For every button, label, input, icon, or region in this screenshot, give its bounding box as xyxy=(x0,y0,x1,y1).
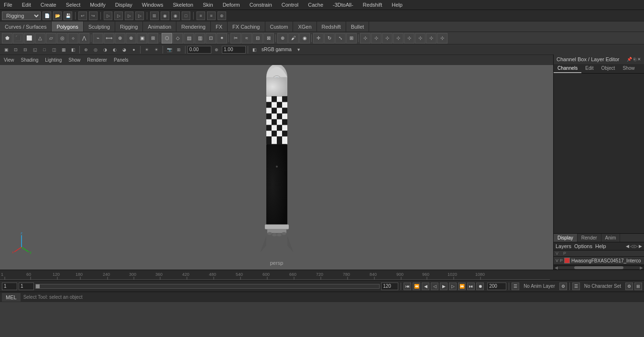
tool-poke[interactable]: ✦ xyxy=(217,33,227,43)
render2-btn[interactable]: ◉ xyxy=(171,11,180,20)
menu-redshift[interactable]: Redshift xyxy=(361,2,384,8)
shading-icon3[interactable]: ◑ xyxy=(101,45,109,54)
light-icon[interactable]: ☀ xyxy=(142,45,151,54)
tool-rotate[interactable]: ↻ xyxy=(324,33,335,43)
play-forward-btn[interactable]: ▶ xyxy=(440,283,448,290)
view-icon8[interactable]: ◧ xyxy=(69,45,77,54)
layers-menu-item[interactable]: Layers xyxy=(556,243,571,249)
view-menu[interactable]: View xyxy=(2,57,16,63)
step-fwd-btn[interactable]: ▷ xyxy=(449,283,457,290)
scroll-left-arrow[interactable]: ◀ xyxy=(555,265,558,270)
menu-skin[interactable]: Skin xyxy=(201,2,215,8)
value1-icon[interactable]: ⊕ xyxy=(212,45,221,54)
panel-close-icon[interactable]: ✕ xyxy=(637,57,641,62)
tool-paint-sel[interactable]: 🖌 xyxy=(288,33,299,43)
redo-btn[interactable]: ↪ xyxy=(89,11,98,20)
tool-reduce[interactable]: ⊞ xyxy=(148,33,158,43)
frame-range-end[interactable] xyxy=(381,283,398,290)
tool-extrude[interactable]: ⬡ xyxy=(162,33,172,43)
tab-redshift[interactable]: Redshift xyxy=(317,22,346,32)
panel-pin-icon[interactable]: 📌 xyxy=(627,57,632,62)
tab-fx-caching[interactable]: FX Caching xyxy=(228,22,265,32)
step-back-btn[interactable]: ◀ xyxy=(422,283,429,290)
tool-snap4[interactable]: ⊹ xyxy=(393,33,404,43)
scroll-right-arrow[interactable]: ▶ xyxy=(640,265,643,270)
view-icon1[interactable]: ▣ xyxy=(2,45,11,54)
tool-snap2[interactable]: ⊹ xyxy=(371,33,382,43)
extra-btn3[interactable]: ⊕ xyxy=(218,11,226,20)
view-icon5[interactable]: □ xyxy=(40,45,49,54)
shading-icon2[interactable]: ◎ xyxy=(91,45,100,54)
tab-object[interactable]: Object xyxy=(598,64,619,73)
shading-icon4[interactable]: ◐ xyxy=(110,45,119,54)
layer-p[interactable]: P xyxy=(560,258,563,263)
tool-crease[interactable]: ≈ xyxy=(241,33,252,43)
right-panel-scrollbar[interactable]: ◀ ▶ xyxy=(554,265,644,270)
menu-file[interactable]: File xyxy=(2,2,14,8)
tool-bevel[interactable]: ◇ xyxy=(173,33,183,43)
view-icon7[interactable]: ▦ xyxy=(59,45,68,54)
current-frame-input[interactable] xyxy=(487,283,506,290)
anim-layer-gear[interactable]: ⚙ xyxy=(559,283,567,290)
tool-combine[interactable]: ⊕ xyxy=(115,33,125,43)
tool-cone[interactable]: △ xyxy=(35,33,45,43)
tab-fx[interactable]: FX xyxy=(211,22,228,32)
layer-icon1[interactable]: ◀ xyxy=(626,244,629,249)
tab-render[interactable]: Render xyxy=(578,234,601,242)
tab-channels[interactable]: Channels xyxy=(554,64,581,73)
view-icon6[interactable]: ◫ xyxy=(50,45,58,54)
tool-scale[interactable]: ⤡ xyxy=(335,33,346,43)
char-set-icon[interactable]: ☰ xyxy=(572,283,580,290)
viewport[interactable]: x y z persp xyxy=(0,65,553,270)
char-set-gear[interactable]: ⚙ xyxy=(625,283,633,290)
view-icon3[interactable]: ⊟ xyxy=(21,45,30,54)
panel-float-icon[interactable]: ⎗ xyxy=(633,57,636,62)
shading-icon6[interactable]: ● xyxy=(130,45,138,54)
colorspace-dropdown[interactable]: ▼ xyxy=(295,45,303,54)
tool-plane[interactable]: ▱ xyxy=(46,33,56,43)
play-back-btn[interactable]: ◁ xyxy=(431,283,438,290)
btn2[interactable]: ▷ xyxy=(114,11,123,20)
tool-snap8[interactable]: ⊹ xyxy=(437,33,448,43)
options-menu-item[interactable]: Options xyxy=(574,243,592,249)
frame-end-input[interactable] xyxy=(19,283,34,290)
tab-rigging[interactable]: Rigging xyxy=(115,22,143,32)
viewport-btn[interactable]: □ xyxy=(182,11,190,20)
mel-python-toggle[interactable]: MEL xyxy=(2,293,21,302)
tool-universal[interactable]: ⊞ xyxy=(346,33,357,43)
layer-icon3[interactable]: ▷ xyxy=(634,244,638,249)
menu-deform[interactable]: Deform xyxy=(221,2,242,8)
light-icon2[interactable]: ☀ xyxy=(152,45,161,54)
tab-polygons[interactable]: Polygons xyxy=(52,22,83,32)
tab-bullet[interactable]: Bullet xyxy=(346,22,370,32)
menu-select[interactable]: Select xyxy=(64,2,83,8)
tool-move[interactable]: ✛ xyxy=(313,33,324,43)
tab-curves-surfaces[interactable]: Curves / Surfaces xyxy=(0,22,52,32)
extra-btn2[interactable]: ≡ xyxy=(207,11,216,20)
tool-mirror[interactable]: ⟺ xyxy=(104,33,114,43)
tool-insert-loop[interactable]: ⊟ xyxy=(252,33,263,43)
tab-display[interactable]: Display xyxy=(554,234,578,242)
view-icon4[interactable]: ◱ xyxy=(31,45,39,54)
renderer-menu[interactable]: Renderer xyxy=(85,57,109,63)
tool-torus[interactable]: ◎ xyxy=(57,33,67,43)
layer-icon2[interactable]: ◁ xyxy=(630,244,633,249)
mode-selector[interactable]: Rigging Modeling Animation FX Rendering xyxy=(2,11,41,20)
lighting-menu[interactable]: Lighting xyxy=(43,57,64,63)
layer-v[interactable]: V xyxy=(556,258,558,263)
shading-menu[interactable]: Shading xyxy=(19,57,41,63)
tool-smooth[interactable]: ⌁ xyxy=(93,33,103,43)
menu-create[interactable]: Create xyxy=(39,2,58,8)
menu-skeleton[interactable]: Skeleton xyxy=(171,2,195,8)
tool-separate[interactable]: ⊗ xyxy=(126,33,136,43)
tab-animation[interactable]: Animation xyxy=(143,22,176,32)
tool-cube[interactable]: ⬛ xyxy=(13,33,23,43)
extra-btn1[interactable]: ≡ xyxy=(196,11,205,20)
timeline[interactable]: 1 60 120 180 240 300 360 420 480 540 600… xyxy=(0,270,644,280)
menu-display[interactable]: Display xyxy=(113,2,134,8)
menu-control[interactable]: Control xyxy=(280,2,300,8)
camera-icon[interactable]: 📷 xyxy=(165,45,174,54)
anim-layer-icon[interactable]: ☰ xyxy=(512,283,519,290)
tool-fill[interactable]: ▣ xyxy=(137,33,147,43)
menu-help[interactable]: Help xyxy=(390,2,404,8)
